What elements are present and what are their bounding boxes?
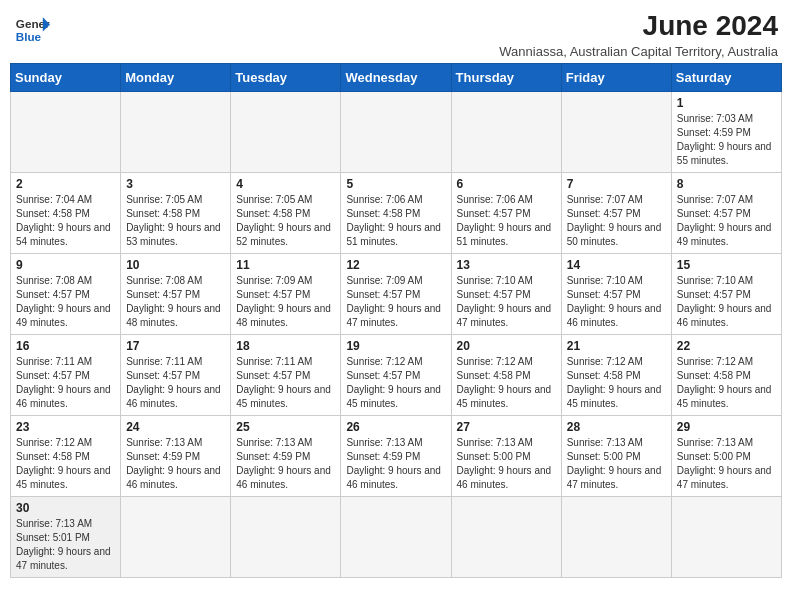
day-number: 15 <box>677 258 776 272</box>
day-info: Sunrise: 7:06 AM Sunset: 4:57 PM Dayligh… <box>457 193 556 249</box>
calendar-cell: 14Sunrise: 7:10 AM Sunset: 4:57 PM Dayli… <box>561 254 671 335</box>
header: General Blue June 2024 Wanniassa, Austra… <box>10 10 782 59</box>
calendar-cell: 9Sunrise: 7:08 AM Sunset: 4:57 PM Daylig… <box>11 254 121 335</box>
calendar-cell: 17Sunrise: 7:11 AM Sunset: 4:57 PM Dayli… <box>121 335 231 416</box>
logo: General Blue <box>14 10 50 46</box>
day-number: 2 <box>16 177 115 191</box>
calendar-cell: 8Sunrise: 7:07 AM Sunset: 4:57 PM Daylig… <box>671 173 781 254</box>
day-number: 27 <box>457 420 556 434</box>
day-number: 3 <box>126 177 225 191</box>
calendar-week-row: 2Sunrise: 7:04 AM Sunset: 4:58 PM Daylig… <box>11 173 782 254</box>
calendar-cell: 10Sunrise: 7:08 AM Sunset: 4:57 PM Dayli… <box>121 254 231 335</box>
day-info: Sunrise: 7:10 AM Sunset: 4:57 PM Dayligh… <box>457 274 556 330</box>
calendar-week-row: 16Sunrise: 7:11 AM Sunset: 4:57 PM Dayli… <box>11 335 782 416</box>
day-number: 17 <box>126 339 225 353</box>
calendar-week-row: 30Sunrise: 7:13 AM Sunset: 5:01 PM Dayli… <box>11 497 782 578</box>
day-number: 28 <box>567 420 666 434</box>
col-header-thursday: Thursday <box>451 64 561 92</box>
calendar-cell <box>341 497 451 578</box>
day-info: Sunrise: 7:13 AM Sunset: 5:01 PM Dayligh… <box>16 517 115 573</box>
day-info: Sunrise: 7:03 AM Sunset: 4:59 PM Dayligh… <box>677 112 776 168</box>
day-info: Sunrise: 7:09 AM Sunset: 4:57 PM Dayligh… <box>236 274 335 330</box>
calendar-cell: 11Sunrise: 7:09 AM Sunset: 4:57 PM Dayli… <box>231 254 341 335</box>
col-header-saturday: Saturday <box>671 64 781 92</box>
day-info: Sunrise: 7:13 AM Sunset: 5:00 PM Dayligh… <box>457 436 556 492</box>
calendar-cell: 2Sunrise: 7:04 AM Sunset: 4:58 PM Daylig… <box>11 173 121 254</box>
generalblue-logo-icon: General Blue <box>14 10 50 46</box>
day-number: 4 <box>236 177 335 191</box>
calendar-cell: 19Sunrise: 7:12 AM Sunset: 4:57 PM Dayli… <box>341 335 451 416</box>
day-number: 13 <box>457 258 556 272</box>
day-number: 8 <box>677 177 776 191</box>
day-info: Sunrise: 7:05 AM Sunset: 4:58 PM Dayligh… <box>236 193 335 249</box>
svg-text:Blue: Blue <box>16 30 42 43</box>
day-info: Sunrise: 7:13 AM Sunset: 4:59 PM Dayligh… <box>236 436 335 492</box>
calendar-cell: 24Sunrise: 7:13 AM Sunset: 4:59 PM Dayli… <box>121 416 231 497</box>
day-info: Sunrise: 7:13 AM Sunset: 5:00 PM Dayligh… <box>567 436 666 492</box>
day-info: Sunrise: 7:12 AM Sunset: 4:58 PM Dayligh… <box>457 355 556 411</box>
day-info: Sunrise: 7:13 AM Sunset: 4:59 PM Dayligh… <box>346 436 445 492</box>
calendar-week-row: 1Sunrise: 7:03 AM Sunset: 4:59 PM Daylig… <box>11 92 782 173</box>
day-number: 29 <box>677 420 776 434</box>
calendar-cell <box>561 497 671 578</box>
day-info: Sunrise: 7:10 AM Sunset: 4:57 PM Dayligh… <box>677 274 776 330</box>
day-info: Sunrise: 7:11 AM Sunset: 4:57 PM Dayligh… <box>16 355 115 411</box>
day-number: 1 <box>677 96 776 110</box>
day-number: 30 <box>16 501 115 515</box>
calendar-cell: 7Sunrise: 7:07 AM Sunset: 4:57 PM Daylig… <box>561 173 671 254</box>
day-number: 7 <box>567 177 666 191</box>
day-number: 16 <box>16 339 115 353</box>
calendar-cell: 27Sunrise: 7:13 AM Sunset: 5:00 PM Dayli… <box>451 416 561 497</box>
calendar-cell: 4Sunrise: 7:05 AM Sunset: 4:58 PM Daylig… <box>231 173 341 254</box>
calendar-cell: 30Sunrise: 7:13 AM Sunset: 5:01 PM Dayli… <box>11 497 121 578</box>
calendar-cell <box>231 497 341 578</box>
calendar-cell: 1Sunrise: 7:03 AM Sunset: 4:59 PM Daylig… <box>671 92 781 173</box>
day-info: Sunrise: 7:12 AM Sunset: 4:58 PM Dayligh… <box>16 436 115 492</box>
calendar-cell: 21Sunrise: 7:12 AM Sunset: 4:58 PM Dayli… <box>561 335 671 416</box>
calendar-cell <box>341 92 451 173</box>
day-info: Sunrise: 7:07 AM Sunset: 4:57 PM Dayligh… <box>567 193 666 249</box>
calendar-cell: 13Sunrise: 7:10 AM Sunset: 4:57 PM Dayli… <box>451 254 561 335</box>
calendar-cell: 18Sunrise: 7:11 AM Sunset: 4:57 PM Dayli… <box>231 335 341 416</box>
calendar-cell: 3Sunrise: 7:05 AM Sunset: 4:58 PM Daylig… <box>121 173 231 254</box>
calendar-week-row: 23Sunrise: 7:12 AM Sunset: 4:58 PM Dayli… <box>11 416 782 497</box>
calendar-cell: 26Sunrise: 7:13 AM Sunset: 4:59 PM Dayli… <box>341 416 451 497</box>
day-number: 24 <box>126 420 225 434</box>
day-info: Sunrise: 7:12 AM Sunset: 4:58 PM Dayligh… <box>677 355 776 411</box>
day-number: 20 <box>457 339 556 353</box>
day-number: 25 <box>236 420 335 434</box>
day-info: Sunrise: 7:11 AM Sunset: 4:57 PM Dayligh… <box>126 355 225 411</box>
calendar-cell: 25Sunrise: 7:13 AM Sunset: 4:59 PM Dayli… <box>231 416 341 497</box>
calendar-cell <box>121 92 231 173</box>
day-number: 23 <box>16 420 115 434</box>
col-header-monday: Monday <box>121 64 231 92</box>
day-info: Sunrise: 7:12 AM Sunset: 4:58 PM Dayligh… <box>567 355 666 411</box>
col-header-friday: Friday <box>561 64 671 92</box>
day-info: Sunrise: 7:09 AM Sunset: 4:57 PM Dayligh… <box>346 274 445 330</box>
day-number: 21 <box>567 339 666 353</box>
day-number: 11 <box>236 258 335 272</box>
day-info: Sunrise: 7:06 AM Sunset: 4:58 PM Dayligh… <box>346 193 445 249</box>
title-block: June 2024 Wanniassa, Australian Capital … <box>499 10 778 59</box>
calendar-cell <box>561 92 671 173</box>
day-info: Sunrise: 7:10 AM Sunset: 4:57 PM Dayligh… <box>567 274 666 330</box>
calendar-cell: 15Sunrise: 7:10 AM Sunset: 4:57 PM Dayli… <box>671 254 781 335</box>
col-header-sunday: Sunday <box>11 64 121 92</box>
location-subtitle: Wanniassa, Australian Capital Territory,… <box>499 44 778 59</box>
col-header-wednesday: Wednesday <box>341 64 451 92</box>
day-info: Sunrise: 7:08 AM Sunset: 4:57 PM Dayligh… <box>126 274 225 330</box>
calendar-table: SundayMondayTuesdayWednesdayThursdayFrid… <box>10 63 782 578</box>
day-info: Sunrise: 7:04 AM Sunset: 4:58 PM Dayligh… <box>16 193 115 249</box>
calendar-cell <box>451 92 561 173</box>
day-number: 12 <box>346 258 445 272</box>
calendar-cell: 20Sunrise: 7:12 AM Sunset: 4:58 PM Dayli… <box>451 335 561 416</box>
calendar-cell <box>671 497 781 578</box>
calendar-cell: 5Sunrise: 7:06 AM Sunset: 4:58 PM Daylig… <box>341 173 451 254</box>
calendar-week-row: 9Sunrise: 7:08 AM Sunset: 4:57 PM Daylig… <box>11 254 782 335</box>
day-info: Sunrise: 7:13 AM Sunset: 5:00 PM Dayligh… <box>677 436 776 492</box>
day-info: Sunrise: 7:08 AM Sunset: 4:57 PM Dayligh… <box>16 274 115 330</box>
calendar-header-row: SundayMondayTuesdayWednesdayThursdayFrid… <box>11 64 782 92</box>
day-number: 26 <box>346 420 445 434</box>
calendar-cell <box>451 497 561 578</box>
day-number: 10 <box>126 258 225 272</box>
